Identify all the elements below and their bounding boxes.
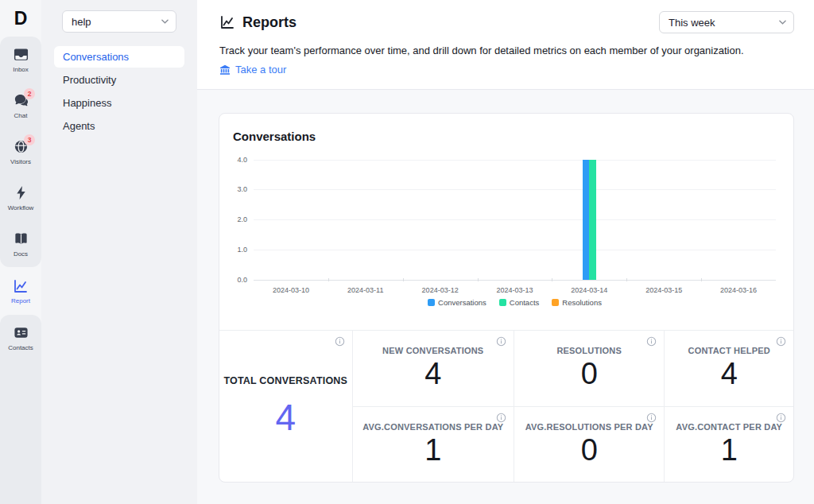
- info-icon[interactable]: [496, 413, 506, 423]
- stat-value: 1: [424, 434, 441, 467]
- x-axis-tick: 2024-03-16: [720, 286, 757, 294]
- chart-legend: ConversationsContactsResolutions: [254, 298, 776, 307]
- workspace-select[interactable]: help: [62, 10, 176, 33]
- stat-label: AVG.CONTACT PER DAY: [676, 422, 782, 432]
- legend-label: Contacts: [510, 298, 540, 307]
- stat-contact-helped: CONTACT HELPED 4: [665, 331, 793, 407]
- x-axis-tick: 2024-03-10: [273, 286, 309, 294]
- sidebar-item-happiness[interactable]: Happiness: [54, 92, 184, 114]
- axis-tick-mark: [701, 278, 702, 281]
- page-title: Reports: [242, 14, 297, 31]
- rail-label-visitors: Visitors: [10, 158, 31, 165]
- inbox-icon: [13, 47, 29, 63]
- period-select-value: This week: [669, 17, 715, 29]
- axis-tick-mark: [552, 278, 552, 281]
- y-axis-tick: 0.0: [237, 276, 247, 284]
- app-logo[interactable]: D: [0, 0, 41, 37]
- stat-avg-conversations-per-day: AVG.CONVERSATIONS PER DAY 1: [353, 407, 514, 483]
- stat-avg-resolutions-per-day: AVG.RESOLUTIONS PER DAY 0: [514, 407, 665, 483]
- rail-item-visitors[interactable]: 3 Visitors: [0, 129, 41, 175]
- legend-item-contacts[interactable]: Contacts: [499, 298, 540, 307]
- rail-item-workflow[interactable]: Workflow: [0, 175, 41, 221]
- globe-icon: 3: [13, 139, 29, 155]
- rail-item-inbox[interactable]: Inbox: [0, 37, 41, 83]
- x-axis-tick: 2024-03-14: [571, 286, 607, 294]
- contacts-icon: [13, 325, 29, 341]
- rail-label-report: Report: [11, 297, 30, 304]
- y-axis-tick: 3.0: [237, 185, 247, 193]
- gridline: [254, 250, 776, 250]
- stat-avg-contact-per-day: AVG.CONTACT PER DAY 1: [665, 407, 793, 483]
- stat-value: 4: [424, 358, 441, 391]
- rail-item-docs[interactable]: Docs: [0, 221, 41, 267]
- info-icon[interactable]: [496, 336, 506, 347]
- rail-item-report[interactable]: Report: [0, 267, 41, 315]
- period-select[interactable]: This week: [659, 11, 794, 33]
- legend-swatch: [552, 299, 559, 306]
- visitors-badge: 3: [24, 134, 35, 145]
- gridline: [254, 280, 776, 281]
- landmark-icon: [219, 64, 231, 76]
- stat-label: RESOLUTIONS: [556, 346, 622, 355]
- stat-label: CONTACT HELPED: [688, 346, 770, 355]
- sidebar-item-productivity[interactable]: Productivity: [54, 69, 184, 91]
- line-chart-icon: [13, 278, 29, 294]
- stat-value: 0: [581, 434, 598, 467]
- stat-new-conversations: NEW CONVERSATIONS 4: [353, 331, 514, 407]
- icon-rail: D Inbox 2 Chat 3 Visitors: [0, 0, 41, 504]
- content-area: Conversations 4.03.02.01.00.02024-03-102…: [197, 90, 814, 504]
- take-a-tour-link[interactable]: Take a tour: [219, 64, 286, 76]
- x-axis-tick: 2024-03-12: [422, 286, 459, 294]
- sidebar-item-agents[interactable]: Agents: [54, 115, 184, 137]
- workspace-select-value: help: [72, 16, 91, 28]
- gridline: [254, 219, 776, 220]
- reports-title-icon: [219, 14, 235, 30]
- conversations-chart-section: Conversations 4.03.02.01.00.02024-03-102…: [219, 114, 793, 330]
- axis-tick-mark: [478, 278, 479, 281]
- rail-group-top: Inbox 2 Chat 3 Visitors: [0, 37, 41, 267]
- stat-value: 4: [275, 397, 296, 438]
- chat-badge: 2: [24, 88, 35, 99]
- info-icon[interactable]: [646, 413, 657, 423]
- stat-total-conversations: TOTAL CONVERSATIONS 4: [219, 331, 353, 483]
- conversations-report-card: Conversations 4.03.02.01.00.02024-03-102…: [219, 113, 794, 483]
- axis-tick-mark: [626, 278, 627, 281]
- main-area: Reports This week Track your team's perf…: [197, 0, 814, 504]
- legend-label: Resolutions: [562, 298, 602, 307]
- y-axis-tick: 4.0: [237, 156, 247, 164]
- stat-label: TOTAL CONVERSATIONS: [223, 375, 347, 386]
- info-icon[interactable]: [646, 336, 657, 347]
- rail-item-chat[interactable]: 2 Chat: [0, 83, 41, 129]
- x-axis-tick: 2024-03-15: [645, 286, 682, 294]
- rail-group-bottom: Contacts: [0, 315, 41, 504]
- rail-label-contacts: Contacts: [8, 344, 33, 351]
- stat-label: NEW CONVERSATIONS: [382, 346, 483, 355]
- legend-item-conversations[interactable]: Conversations: [428, 298, 486, 307]
- stat-value: 0: [581, 358, 598, 391]
- info-icon[interactable]: [335, 336, 345, 347]
- take-a-tour-label: Take a tour: [235, 64, 286, 76]
- lightning-icon: [13, 185, 29, 201]
- conversations-chart-plot: 4.03.02.01.00.02024-03-102024-03-112024-…: [254, 160, 776, 280]
- chat-icon: 2: [13, 93, 29, 109]
- legend-swatch: [499, 299, 506, 306]
- x-axis-tick: 2024-03-13: [496, 286, 533, 294]
- gridline: [254, 189, 776, 190]
- rail-label-docs: Docs: [14, 250, 28, 258]
- rail-label-workflow: Workflow: [8, 204, 34, 211]
- stats-grid: TOTAL CONVERSATIONS 4 NEW CONVERSATIONS …: [219, 330, 793, 483]
- axis-tick-mark: [403, 278, 404, 281]
- chevron-down-icon: [161, 19, 169, 24]
- legend-item-resolutions[interactable]: Resolutions: [552, 298, 602, 307]
- info-icon[interactable]: [776, 413, 786, 423]
- book-icon: [13, 231, 29, 247]
- bar-conversations[interactable]: [583, 160, 590, 280]
- sidebar-item-conversations[interactable]: Conversations: [54, 46, 184, 68]
- reports-sidebar: help Conversations Productivity Happines…: [41, 0, 197, 504]
- rail-item-contacts[interactable]: Contacts: [0, 315, 41, 361]
- info-icon[interactable]: [776, 336, 786, 347]
- gridline: [254, 160, 776, 161]
- bar-contacts[interactable]: [589, 160, 596, 280]
- stat-value: 4: [721, 358, 738, 391]
- y-axis-tick: 2.0: [237, 215, 247, 223]
